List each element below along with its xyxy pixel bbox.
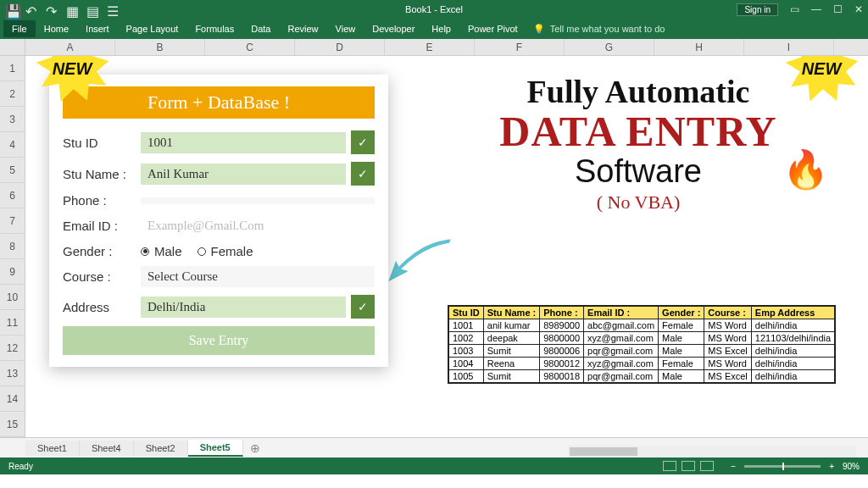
tab-help[interactable]: Help xyxy=(423,20,459,37)
zoom-out-icon[interactable]: − xyxy=(731,462,736,471)
undo-icon[interactable]: ↶ xyxy=(25,3,37,15)
label-address: Address xyxy=(63,300,141,314)
row-header[interactable]: 4 xyxy=(0,132,25,158)
row-header[interactable]: 13 xyxy=(0,361,25,386)
fire-icon: 🔥 xyxy=(782,147,829,191)
headline-line4: ( No VBA) xyxy=(431,191,846,214)
tab-data[interactable]: Data xyxy=(242,20,279,37)
row-header[interactable]: 11 xyxy=(0,310,25,336)
scroll-thumb[interactable] xyxy=(570,447,637,456)
status-ready: Ready xyxy=(8,462,33,471)
worksheet-canvas[interactable]: NEW NEW Form + DataBase ! Stu ID 1001 ✓ … xyxy=(25,56,868,437)
label-email: Email ID : xyxy=(63,219,141,233)
radio-male[interactable]: Male xyxy=(141,244,182,258)
radio-female[interactable]: Female xyxy=(198,244,253,258)
row-header[interactable]: 15 xyxy=(0,412,25,437)
radio-dot-icon xyxy=(141,247,149,256)
col-header[interactable]: H xyxy=(654,39,744,55)
add-sheet-button[interactable]: ⊕ xyxy=(243,441,267,455)
tab-power-pivot[interactable]: Power Pivot xyxy=(459,20,526,37)
tab-formulas[interactable]: Formulas xyxy=(186,20,242,37)
th: Email ID : xyxy=(584,307,659,319)
radio-female-label: Female xyxy=(211,244,253,258)
row-header[interactable]: 9 xyxy=(0,259,25,285)
arrow-icon xyxy=(381,236,458,298)
tab-page-layout[interactable]: Page Layout xyxy=(118,20,187,37)
sheet-tab-active[interactable]: Sheet5 xyxy=(188,440,243,457)
input-email[interactable]: Example@Gmail.Com xyxy=(141,215,375,236)
tab-file[interactable]: File xyxy=(3,20,36,37)
ribbon-options-icon[interactable]: ▭ xyxy=(790,3,799,15)
zoom-slider[interactable] xyxy=(744,465,821,468)
col-header[interactable]: F xyxy=(475,39,565,55)
save-entry-button[interactable]: Save Entry xyxy=(63,326,375,355)
maximize-icon[interactable]: ☐ xyxy=(833,3,843,15)
check-icon: ✓ xyxy=(351,130,375,154)
page-layout-view-icon[interactable] xyxy=(682,461,695,471)
zoom-level[interactable]: 90% xyxy=(843,462,860,471)
row-header[interactable]: 8 xyxy=(0,234,25,259)
check-icon: ✓ xyxy=(351,295,375,319)
col-header[interactable]: D xyxy=(295,39,385,55)
tab-insert[interactable]: Insert xyxy=(77,20,118,37)
check-icon: ✓ xyxy=(351,162,375,186)
horizontal-scrollbar[interactable] xyxy=(568,446,856,458)
col-header[interactable]: C xyxy=(205,39,295,55)
row-header[interactable]: 14 xyxy=(0,386,25,412)
sheet-tab[interactable]: Sheet2 xyxy=(134,441,188,456)
zoom-in-icon[interactable]: + xyxy=(829,462,834,471)
quick-access-toolbar: 💾 ↶ ↷ ▦ ▤ ☰ xyxy=(5,3,119,15)
row-header[interactable]: 7 xyxy=(0,208,25,234)
row-header[interactable]: 1 xyxy=(0,56,25,81)
input-phone[interactable] xyxy=(141,197,375,204)
qat-icon[interactable]: ☰ xyxy=(107,3,119,15)
document-title: Book1 - Excel xyxy=(405,4,463,14)
col-header[interactable]: I xyxy=(744,39,834,55)
ribbon-tabs: File Home Insert Page Layout Formulas Da… xyxy=(0,19,868,39)
radio-male-label: Male xyxy=(154,244,182,258)
col-header[interactable]: A xyxy=(25,39,115,55)
sheet-tab[interactable]: Sheet1 xyxy=(25,441,80,456)
headline-line3: Software🔥 xyxy=(431,152,846,190)
col-header[interactable]: E xyxy=(385,39,475,55)
headline-line1: Fully Automatic xyxy=(431,73,846,110)
col-header[interactable]: G xyxy=(565,39,654,55)
input-stu-name[interactable]: Anil Kumar xyxy=(141,164,346,185)
row-header[interactable]: 5 xyxy=(0,158,25,183)
select-course[interactable]: Select Course xyxy=(141,266,375,287)
input-address[interactable]: Delhi/India xyxy=(141,297,346,318)
tell-me-search[interactable]: 💡Tell me what you want to do xyxy=(533,24,665,35)
minimize-icon[interactable]: — xyxy=(811,3,821,15)
th: Stu Name : xyxy=(483,307,539,319)
close-icon[interactable]: ✕ xyxy=(854,3,863,15)
row-header[interactable]: 12 xyxy=(0,336,25,361)
qat-icon[interactable]: ▤ xyxy=(86,3,98,15)
tab-view[interactable]: View xyxy=(327,20,364,37)
redo-icon[interactable]: ↷ xyxy=(46,3,58,15)
save-icon[interactable]: 💾 xyxy=(5,3,17,15)
row-header[interactable]: 2 xyxy=(0,81,25,107)
tell-me-label: Tell me what you want to do xyxy=(550,24,665,34)
row-headers: 1 2 3 4 5 6 7 8 9 10 11 12 13 14 15 xyxy=(0,56,25,437)
th: Stu ID xyxy=(449,307,484,319)
th: Course : xyxy=(704,307,751,319)
input-stu-id[interactable]: 1001 xyxy=(141,132,346,153)
th: Phone : xyxy=(540,307,584,319)
sheet-tab[interactable]: Sheet4 xyxy=(80,441,134,456)
row-header[interactable]: 10 xyxy=(0,285,25,310)
tab-developer[interactable]: Developer xyxy=(364,20,423,37)
row-header[interactable]: 3 xyxy=(0,107,25,132)
table-row: 1004Reena9800012xyz@gmail.comFemaleMS Wo… xyxy=(449,358,835,370)
view-buttons[interactable] xyxy=(663,461,714,471)
qat-icon[interactable]: ▦ xyxy=(66,3,78,15)
select-all-corner[interactable] xyxy=(0,39,25,55)
tab-review[interactable]: Review xyxy=(279,20,326,37)
column-headers: A B C D E F G H I xyxy=(0,39,868,56)
sign-in-button[interactable]: Sign in xyxy=(737,3,778,16)
normal-view-icon[interactable] xyxy=(663,461,676,471)
tab-home[interactable]: Home xyxy=(36,20,77,37)
label-stu-id: Stu ID xyxy=(63,136,141,150)
row-header[interactable]: 6 xyxy=(0,183,25,208)
col-header[interactable]: B xyxy=(115,39,205,55)
page-break-view-icon[interactable] xyxy=(700,461,714,471)
